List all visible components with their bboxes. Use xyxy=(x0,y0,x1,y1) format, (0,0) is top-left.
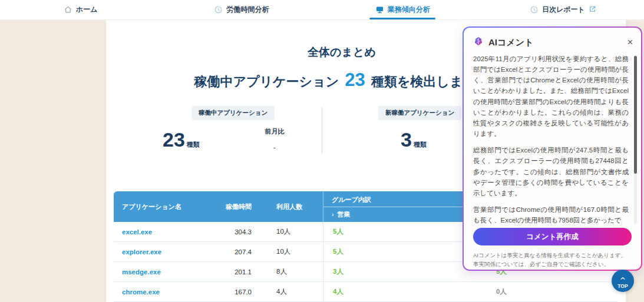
top-navigation: ホーム 労働時間分析 業務傾向分析 日次レポート xyxy=(0,0,644,20)
sales-count-cell: 4人 xyxy=(323,287,412,296)
external-link-icon xyxy=(589,5,597,14)
clock-icon xyxy=(530,5,539,14)
stats-divider xyxy=(322,107,322,153)
app-name-link[interactable]: excel.exe xyxy=(114,228,208,235)
active-apps-unit: 種類 xyxy=(187,141,200,148)
chevron-up-icon xyxy=(619,273,627,284)
chevron-right-icon: › xyxy=(332,211,333,218)
active-tab-underline xyxy=(369,18,435,19)
mom-value: - xyxy=(253,143,296,152)
col-header-users: 利用人数 xyxy=(255,191,323,222)
detected-count: 23 xyxy=(342,69,367,90)
hours-cell: 167.0 xyxy=(208,288,255,296)
ai-panel-title: AIコメント xyxy=(488,37,623,48)
scrollbar-track xyxy=(634,55,637,224)
scrollbar-thumb[interactable] xyxy=(634,56,637,174)
nav-label: 業務傾向分析 xyxy=(388,5,430,15)
new-apps-value: 3種類 xyxy=(401,128,427,151)
app-name-link[interactable]: explorer.exe xyxy=(114,248,208,255)
users-cell: 10人 xyxy=(255,247,323,256)
users-cell: 10人 xyxy=(255,227,323,236)
app-name-link[interactable]: chrome.exe xyxy=(114,288,208,296)
sales-count-cell: 5人 xyxy=(323,247,412,256)
subtitle-prefix: 稼働中アプリケーション xyxy=(194,74,339,89)
new-apps-badge: 新稼働アプリケーション xyxy=(378,106,461,120)
active-apps-count: 23 xyxy=(163,128,185,151)
nav-item-home[interactable]: ホーム xyxy=(0,0,161,19)
back-to-top-button[interactable]: TOP xyxy=(612,270,634,292)
hours-cell: 201.1 xyxy=(208,268,255,276)
ai-comment-text[interactable]: 2025年11月のアプリ利用状況を要約すると、総務部門ではExcelとエクスプロ… xyxy=(473,54,629,225)
ai-paragraph: 総務部門ではExcelの使用時間が247.5時間と最も長く、エクスプローラーの使… xyxy=(473,145,629,198)
nav-item-task-trend-analysis[interactable]: 業務傾向分析 xyxy=(322,0,483,19)
sales-count-cell: 3人 xyxy=(323,267,412,276)
home-icon xyxy=(64,5,72,14)
ai-panel-header: AIコメント × xyxy=(473,36,633,49)
regenerate-comment-button[interactable]: コメント再作成 xyxy=(473,228,632,245)
ai-paragraph: 営業部門ではChromeの使用時間が167.0時間と最も長く、Excelの使用時… xyxy=(473,204,629,225)
sales-count-cell: 5人 xyxy=(323,227,412,236)
ai-comment-panel-inner: AIコメント × 2025年11月のアプリ利用状況を要約すると、総務部門ではEx… xyxy=(464,28,641,270)
general-count-cell: 0人 xyxy=(490,287,507,296)
group-cells: 4人 0人 xyxy=(323,282,617,301)
users-cell: 4人 xyxy=(255,287,323,296)
month-over-month: 前月比 - xyxy=(253,127,296,152)
ai-comment-panel: AIコメント × 2025年11月のアプリ利用状況を要約すると、総務部門ではEx… xyxy=(463,26,642,271)
nav-label: ホーム xyxy=(76,5,98,15)
col-header-app-name: アプリケーション名 xyxy=(114,191,208,222)
col-header-hours: 稼働時間 xyxy=(208,191,255,222)
table-row: chrome.exe 167.0 4人 4人 0人 xyxy=(114,282,617,302)
ai-disclaimer-text: AIコメントは事実と異なる情報を生成することがあります。 事実関係については、必… xyxy=(473,251,632,268)
nav-label: 日次レポート xyxy=(542,5,585,15)
new-apps-count: 3 xyxy=(401,128,412,151)
nav-item-daily-report[interactable]: 日次レポート xyxy=(483,0,644,19)
ai-paragraph: 2025年11月のアプリ利用状況を要約すると、総務部門ではExcelとエクスプロ… xyxy=(473,54,629,139)
hours-cell: 207.4 xyxy=(208,248,255,255)
mom-label: 前月比 xyxy=(253,127,296,136)
hours-cell: 304.3 xyxy=(208,228,255,235)
nav-label: 労働時間分析 xyxy=(226,5,269,15)
users-cell: 8人 xyxy=(255,267,323,276)
app-name-link[interactable]: msedge.exe xyxy=(114,268,208,276)
monitor-icon xyxy=(375,5,384,14)
close-icon[interactable]: × xyxy=(628,38,633,47)
new-apps-unit: 種類 xyxy=(414,141,427,148)
active-apps-badge: 稼働中アプリケーション xyxy=(191,106,275,120)
app-window: ホーム 労働時間分析 業務傾向分析 日次レポート 全体のまとめ xyxy=(0,0,644,302)
active-apps-value: 23種類 xyxy=(163,128,200,151)
top-button-label: TOP xyxy=(617,283,628,289)
col-header-sales[interactable]: ›営業 xyxy=(323,210,412,219)
clock-icon xyxy=(214,5,223,14)
ai-brain-icon xyxy=(473,36,484,49)
nav-item-work-time-analysis[interactable]: 労働時間分析 xyxy=(161,0,322,19)
